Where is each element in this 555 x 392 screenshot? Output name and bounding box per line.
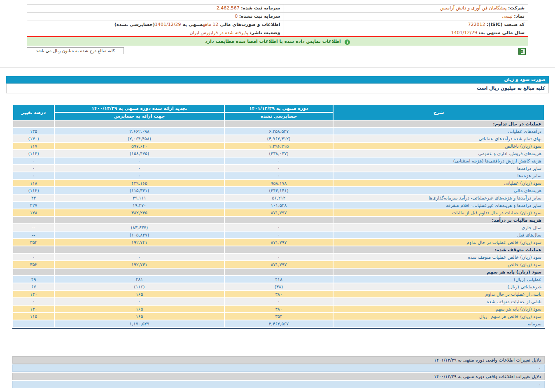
income-statement-table: شرح دوره منتهی به ۱۴۰۱/۱۲/۲۹ تجدید ارائه…	[12, 104, 545, 329]
value-prior-period: ۰	[55, 254, 224, 260]
unregistered-capital-label: سرمایه ثبت نشده:	[239, 14, 280, 19]
unregistered-capital-value: 0	[235, 14, 238, 19]
value-change-percent: ۳۵۲	[13, 261, 54, 268]
signature-match-banner: i اطلاعات نمایش داده شده با اطلاعات امضا…	[27, 36, 528, 46]
table-row: سود (زیان) پایه هر سهم ۳۸۰ ۱۶۵ ۱۳۰	[13, 306, 544, 312]
value-change-percent: ۶۷	[13, 283, 54, 290]
value-change-percent: ۰	[13, 254, 54, 260]
horizontal-separator	[0, 67, 555, 68]
table-row: سال‌های قبل ۰ (۱۰۵,۸۴۷) --	[13, 232, 544, 238]
value-prior-period: ۱,۱۷۰,۵۲۹	[55, 320, 224, 327]
row-label: عملیات متوقف شده:	[333, 246, 544, 253]
value-current-period: ۱,۲۹۶,۲۱۵	[225, 143, 333, 149]
row-label: هزینه‌های مالی	[333, 187, 544, 194]
column-subheader-current-audit: حسابرسی نشده	[225, 113, 333, 120]
isic-value: 722012	[468, 22, 485, 27]
row-label: سرمایه	[333, 320, 544, 327]
statements-period-audit: (حسابرسی نشده)	[114, 22, 155, 27]
value-prior-period	[55, 246, 224, 253]
row-label: سود (زیان) عملیاتی	[333, 180, 544, 186]
row-label: ناشی از عملیات در حال تداوم	[333, 291, 544, 297]
value-current-period: ۳۵۴	[225, 313, 333, 320]
table-row: درآمدهای عملیاتی ۶,۲۵۸,۵۲۷ ۲,۶۶۲,۰۹۸ ۱۳۵	[13, 128, 544, 135]
publisher-status-label: وضعیت ناشر:	[250, 30, 280, 35]
value-change-percent: --	[13, 224, 54, 231]
change-reasons-section: دلایل تغییرات اطلاعات واقعی دوره منتهی ب…	[12, 356, 545, 389]
column-header-current-period: دوره منتهی به ۱۴۰۱/۱۲/۲۹	[225, 105, 333, 112]
table-row: سود (زیان) خالص هر سهم– ریال ۳۵۴ ۱۶۵ ۱۱۵	[13, 313, 544, 320]
row-label: سود (زیان) ناخالص	[333, 143, 544, 149]
value-prior-period: ۱۶۵	[55, 291, 224, 297]
info-icon: i	[345, 39, 350, 45]
value-prior-period: ۱۶۵	[55, 313, 224, 320]
value-current-period: ۶,۲۵۸,۵۲۷	[225, 128, 333, 135]
value-current-period: ۰	[225, 254, 333, 260]
row-label: هزینه مالیات بر درآمد:	[333, 217, 544, 223]
ticker-cell: نماد: تپسی	[284, 13, 528, 21]
value-change-percent: (۱۴۰)	[13, 135, 54, 142]
statement-title-bar: صورت سود و زیان	[6, 76, 549, 84]
row-label: سایر درآمدها و هزینه‌های غیرعملیاتی- درآ…	[333, 195, 544, 201]
row-label: سود (زیان) خالص عملیات متوقف شده	[333, 254, 544, 260]
column-header-prior-period: تجدید ارائه شده دوره منتهی به ۱۴۰۰/۱۲/۲۹	[55, 105, 224, 112]
row-label: سایر درآمدها و هزینه‌های غیرعملیاتی- اقل…	[333, 202, 544, 209]
row-label: سال جاری	[333, 224, 544, 231]
value-change-percent: ۴۲۷	[13, 202, 54, 209]
value-current-period: (۳۳۸,۰۳۷)	[225, 150, 333, 157]
table-row: ناشی از عملیات در حال تداوم ۳۸۰ ۱۶۵ ۱۳۰	[13, 291, 544, 297]
row-label: سود (زیان) خالص عملیات در حال تداوم	[333, 239, 544, 246]
value-current-period	[225, 246, 333, 253]
value-prior-period: (۱۱۶)	[55, 283, 224, 290]
ticker-value: تپسی	[502, 14, 512, 19]
change-reason-row: ۰	[12, 364, 545, 372]
value-change-percent	[13, 269, 54, 275]
table-row: ناشی از عملیات متوقف شده ۰ ۰ ۰	[13, 298, 544, 305]
value-prior-period: ۴۳۹,۱۶۵	[55, 180, 224, 186]
excel-export-icon[interactable]: X	[518, 48, 526, 55]
row-label: عملیاتی (ریال)	[333, 276, 544, 283]
income-table-body: عملیات در حال تداوم: درآمدهای عملیاتی ۶,…	[13, 121, 544, 327]
value-prior-period: (۸۳,۶۳۷)	[55, 224, 224, 231]
value-change-percent: (۱۱۳)	[13, 150, 54, 157]
row-label: سال‌های قبل	[333, 232, 544, 238]
registered-capital-value: 2,462,567	[217, 5, 240, 11]
row-label: سایر هزینه‌ها	[333, 172, 544, 179]
value-change-percent: (۱۱۲)	[13, 187, 54, 194]
fiscal-year-label: سال مالی منتهی به:	[478, 30, 525, 35]
value-change-percent: ۴۴	[13, 195, 54, 201]
value-prior-period: ۳۸۲,۲۲۵	[55, 209, 224, 216]
table-row: سال جاری ۰ (۸۳,۶۳۷) --	[13, 224, 544, 231]
row-label: هزینه کاهش ارزش دریافتنی‌ها (هزینه استثن…	[333, 158, 544, 164]
statements-period-date: 1401/12/29	[155, 22, 181, 27]
value-current-period	[225, 121, 333, 127]
value-change-percent: ۱۱۵	[13, 313, 54, 320]
financial-statement-page: شرکت: پیشگامان فن آوری و دانش آرامیس سرم…	[0, 0, 555, 392]
column-header-change-percent: درصد تغییر	[13, 105, 54, 120]
column-subheader-prior-audit: جهت ارائه به حسابرس	[55, 113, 224, 120]
change-reason-row: ۰	[12, 381, 545, 388]
table-row: سود (زیان) عملیات در حال تداوم قبل از ما…	[13, 209, 544, 216]
value-current-period	[225, 217, 333, 223]
value-change-percent: --	[13, 232, 54, 238]
value-change-percent: ۱۳۰	[13, 306, 54, 312]
row-label: عملیات در حال تداوم:	[333, 121, 544, 127]
row-label: سود (زیان) خالص	[333, 261, 544, 268]
value-change-percent: ۱۱۸	[13, 180, 54, 186]
table-row: عملیاتی (ریال) ۴۱۸ ۲۸۱ ۴۹	[13, 276, 544, 283]
value-change-percent: ۱۱۷	[13, 143, 54, 149]
value-current-period: ۰	[225, 298, 333, 305]
table-row: سایر درآمدها و هزینه‌های غیرعملیاتی- اقل…	[13, 202, 544, 209]
statements-period-months: 12 ماهه	[203, 22, 219, 27]
value-change-percent	[13, 217, 54, 223]
value-current-period: ۰	[225, 224, 333, 231]
value-prior-period: (۱۰۵,۸۴۷)	[55, 232, 224, 238]
statements-period-cell: اطلاعات و صورت‌های مالی 12 ماههمنتهی به …	[27, 21, 284, 29]
table-row: سود (زیان) ناخالص ۱,۲۹۶,۲۱۵ ۵۹۷,۶۴۰ ۱۱۷	[13, 143, 544, 149]
value-prior-period: (۱۱۵,۳۳۱)	[55, 187, 224, 194]
value-current-period: ۱۰۱,۵۴۸	[225, 202, 333, 209]
value-prior-period: ۰	[55, 298, 224, 305]
value-prior-period: (۲,۰۶۴,۴۵۸)	[55, 135, 224, 142]
company-name-cell: شرکت: پیشگامان فن آوری و دانش آرامیس	[284, 5, 528, 12]
statements-period-text: اطلاعات و صورت‌های مالی	[218, 22, 280, 27]
value-prior-period: ۰	[55, 172, 224, 179]
